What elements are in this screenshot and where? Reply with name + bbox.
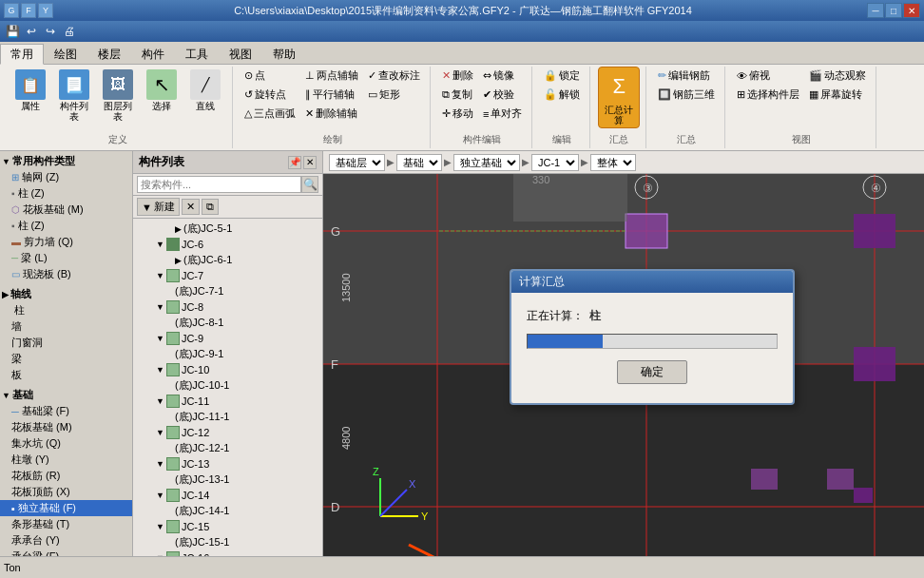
qat-undo[interactable]: ↩ xyxy=(23,23,40,40)
sidebar-item-beam[interactable]: ─ 梁 (L) xyxy=(0,250,132,266)
delete-axis-button[interactable]: ✕删除辅轴 xyxy=(301,105,362,123)
lock-button[interactable]: 🔒锁定 xyxy=(540,67,584,85)
steel-three-button[interactable]: 🔲钢筋三维 xyxy=(654,86,719,104)
list-item[interactable]: (底)JC-13-1 xyxy=(133,472,322,488)
rotate-point-button[interactable]: ↺旋转点 xyxy=(241,86,299,104)
confirm-button[interactable]: 确定 xyxy=(617,360,687,384)
delete-component-button[interactable]: ✕ xyxy=(182,199,200,215)
edit-steel-button[interactable]: ✏编辑钢筋 xyxy=(654,67,719,85)
copy-component-button[interactable]: ⧉ xyxy=(202,199,219,215)
sidebar-item-wall[interactable]: ▬ 剪力墙 (Q) xyxy=(0,234,132,250)
sidebar-item-raft[interactable]: 花板基础 (M) xyxy=(0,419,132,435)
list-item[interactable]: (底)JC-15-1 xyxy=(133,534,322,550)
sidebar-item-grid[interactable]: ⊞ 轴网 (Z) xyxy=(0,169,132,185)
minimize-button[interactable]: ─ xyxy=(867,3,884,18)
image-list-button[interactable]: 🖼 图层列表 xyxy=(97,67,139,125)
new-component-button[interactable]: ▼ 新建 xyxy=(137,198,180,216)
list-item[interactable]: (底)JC-12-1 xyxy=(133,440,322,456)
breadcrumb-type-select[interactable]: 基础 xyxy=(396,154,442,171)
sidebar-item-strip[interactable]: 条形基础 (T) xyxy=(0,516,132,532)
sidebar-item-capbeam[interactable]: 承台梁 (F) xyxy=(0,549,132,556)
list-item[interactable]: ▼ JC-12 xyxy=(133,425,322,440)
sidebar-item-pit[interactable]: 集水坑 (Q) xyxy=(0,435,132,452)
property-button[interactable]: 📋 属性 xyxy=(10,67,51,114)
align-button[interactable]: ≡单对齐 xyxy=(479,105,526,123)
list-item[interactable]: ▶ (底)JC-5-1 xyxy=(133,221,322,237)
sum-calc-button[interactable]: Σ 汇总计算 xyxy=(598,67,640,128)
sidebar-item-found[interactable]: ⬡ 花板基础 (M) xyxy=(0,202,132,218)
point-button[interactable]: ⊙点 xyxy=(241,67,299,85)
list-item[interactable]: ▼ JC-8 xyxy=(133,299,322,315)
panel-close-btn[interactable]: ✕ xyxy=(303,156,317,169)
copy-button[interactable]: ⧉复制 xyxy=(438,86,477,104)
rect-button[interactable]: ▭矩形 xyxy=(364,86,424,104)
sidebar-item-slab-a[interactable]: 板 xyxy=(0,367,132,383)
dynamic-view-button[interactable]: 🎬动态观察 xyxy=(805,67,870,85)
check-mark-button[interactable]: ✓查改标注 xyxy=(364,67,424,85)
breadcrumb-subtype-select[interactable]: 独立基础 xyxy=(453,154,520,171)
sidebar-item-pilecap[interactable]: 承承台 (Y) xyxy=(0,532,132,549)
three-point-button[interactable]: △三点画弧 xyxy=(241,105,299,123)
qat-save[interactable]: 💾 xyxy=(4,23,21,40)
sidebar-item-raftr[interactable]: 花板筋 (R) xyxy=(0,468,132,484)
list-item[interactable]: (底)JC-9-1 xyxy=(133,346,322,362)
close-button[interactable]: ✕ xyxy=(903,3,920,18)
maximize-button[interactable]: □ xyxy=(885,3,902,18)
delete-button[interactable]: ✕删除 xyxy=(438,67,477,85)
sidebar-item-wall-a[interactable]: 墙 xyxy=(0,318,132,335)
list-item[interactable]: ▼ JC-6 xyxy=(133,237,322,252)
select-button[interactable]: ↖ 选择 xyxy=(141,67,183,114)
sidebar-item-isolated[interactable]: ▪ 独立基础 (F) xyxy=(0,500,132,516)
qat-redo[interactable]: ↪ xyxy=(42,23,59,40)
list-item[interactable]: (底)JC-14-1 xyxy=(133,503,322,519)
tab-tool[interactable]: 工具 xyxy=(175,44,219,64)
panel-pin-btn[interactable]: 📌 xyxy=(288,156,301,169)
search-button[interactable]: 🔍 xyxy=(301,176,318,193)
list-item[interactable]: ▼ JC-11 xyxy=(133,394,322,409)
sidebar-item-col-a[interactable]: 柱 xyxy=(0,302,132,318)
list-item[interactable]: ▶ (底)JC-6-1 xyxy=(133,252,322,268)
list-item[interactable]: ▼ JC-14 xyxy=(133,488,322,503)
list-item[interactable]: (底)JC-7-1 xyxy=(133,283,322,299)
tab-help[interactable]: 帮助 xyxy=(262,44,306,64)
sidebar-item-door[interactable]: 门窗洞 xyxy=(0,335,132,351)
view-mode-button[interactable]: 👁俯视 xyxy=(733,67,803,85)
screen-split-button[interactable]: ▦屏幕旋转 xyxy=(805,86,870,104)
breadcrumb-layer-select[interactable]: 基础层 xyxy=(329,154,385,171)
mirror-button[interactable]: ⇔镜像 xyxy=(479,67,526,85)
sidebar-item-col1[interactable]: ▪ 柱 (Z) xyxy=(0,185,132,202)
select-layer-button[interactable]: ⊞选择构件层 xyxy=(733,86,803,104)
list-item[interactable]: (底)JC-10-1 xyxy=(133,377,322,394)
sidebar-item-slab[interactable]: ▭ 现浇板 (B) xyxy=(0,266,132,282)
component-list-button[interactable]: 📃 构件列表 xyxy=(53,67,95,125)
two-point-axis-button[interactable]: ⊥两点辅轴 xyxy=(301,67,362,85)
sidebar-item-beam-a[interactable]: 梁 xyxy=(0,351,132,367)
breadcrumb-id-select[interactable]: JC-1 xyxy=(531,154,579,171)
list-item[interactable]: ▼ JC-7 xyxy=(133,268,322,283)
parallel-axis-button[interactable]: ∥平行辅轴 xyxy=(301,86,362,104)
tab-view[interactable]: 视图 xyxy=(219,44,262,64)
unlock-button[interactable]: 🔓解锁 xyxy=(540,86,584,104)
tab-normal[interactable]: 常用 xyxy=(0,44,44,65)
direct-button[interactable]: ╱ 直线 xyxy=(184,67,226,114)
search-input[interactable] xyxy=(137,176,301,193)
verify-button[interactable]: ✔校验 xyxy=(479,86,526,104)
sidebar-item-rafttop[interactable]: 花板顶筋 (X) xyxy=(0,484,132,500)
tab-floor[interactable]: 楼层 xyxy=(87,44,131,64)
sidebar-header-foundation[interactable]: ▼ 基础 xyxy=(0,387,132,403)
move-button[interactable]: ✛移动 xyxy=(438,105,477,123)
breadcrumb-whole-select[interactable]: 整体 xyxy=(590,154,636,171)
list-item[interactable]: ▼ JC-13 xyxy=(133,456,322,472)
qat-print[interactable]: 🖨 xyxy=(61,23,78,40)
sidebar-item-fbeam[interactable]: ─ 基础梁 (F) xyxy=(0,403,132,419)
sidebar-item-col2[interactable]: ▪ 柱 (Z) xyxy=(0,218,132,234)
list-item[interactable]: ▼ JC-9 xyxy=(133,331,322,346)
sidebar-item-cap[interactable]: 柱墩 (Y) xyxy=(0,452,132,468)
tab-draw[interactable]: 绘图 xyxy=(44,44,87,64)
sidebar-header-common[interactable]: ▼ 常用构件类型 xyxy=(0,153,132,169)
tab-component[interactable]: 构件 xyxy=(131,44,175,64)
list-item[interactable]: ▼ JC-15 xyxy=(133,519,322,534)
list-item[interactable]: ▼ JC-10 xyxy=(133,362,322,377)
calculation-dialog[interactable]: 计算汇总 正在计算： 柱 确定 xyxy=(510,269,795,405)
list-item[interactable]: (底)JC-8-1 xyxy=(133,315,322,331)
